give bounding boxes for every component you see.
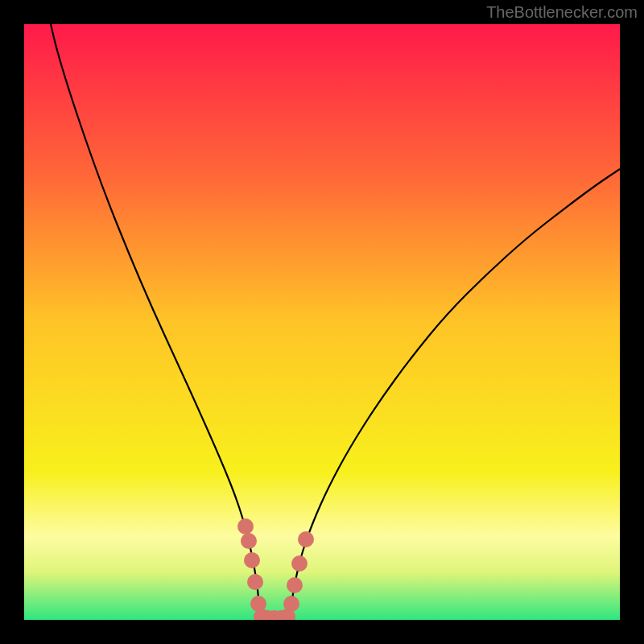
dotted-markers-point (298, 531, 314, 547)
dotted-markers-point (241, 533, 257, 549)
dotted-markers-point (247, 574, 263, 590)
dotted-markers-point (237, 518, 254, 535)
dotted-markers-point (287, 577, 303, 593)
dotted-markers-point (244, 552, 260, 568)
dotted-markers-point (283, 596, 299, 612)
chart-frame: TheBottlenecker.com (0, 0, 644, 644)
watermark-text: TheBottlenecker.com (486, 3, 638, 22)
dotted-markers-point (291, 555, 308, 572)
chart-svg (24, 24, 620, 620)
plot-area (24, 24, 620, 620)
gradient-background (24, 24, 620, 620)
